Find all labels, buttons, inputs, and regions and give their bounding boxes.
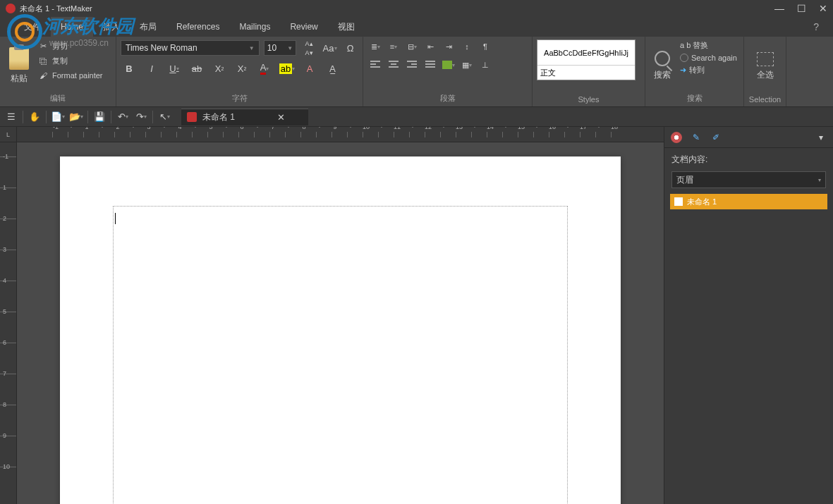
selection-icon — [757, 52, 774, 66]
panel-menu-button[interactable]: ▾ — [815, 131, 827, 144]
numbering-button[interactable]: ≡▾ — [386, 39, 401, 54]
selection-group: 全选 Selection — [744, 37, 786, 106]
quick-toolbar: ☰ ✋ 📄▾ 📂▾ 💾 ↶▾ ↷▾ ↖▾ 未命名 1 ✕ — [0, 107, 833, 127]
horizontal-ruler[interactable]: -1·1·2·3·4·5·6·7·8·9·10·11·12·13·14·15·1… — [17, 127, 664, 142]
strikethrough-button[interactable]: ab — [188, 61, 205, 76]
character-group: Times New Roman▼ 10▼ A▴ A▾ Aa▾ Ω B I U▾ … — [116, 37, 363, 106]
help-button[interactable]: ? — [813, 21, 833, 32]
menu-mailings[interactable]: Mailings — [229, 17, 280, 37]
compass-icon — [671, 132, 682, 143]
save-button[interactable]: 💾 — [91, 109, 108, 125]
undo-button[interactable]: ↶▾ — [114, 109, 131, 125]
multilevel-button[interactable]: ⊟▾ — [404, 39, 420, 54]
symbol-button[interactable]: Ω — [342, 40, 358, 56]
panel-tab-3[interactable]: ✐ — [710, 131, 722, 144]
scissors-icon: ✂ — [38, 42, 48, 51]
menu-文件[interactable]: 文件 — [14, 17, 51, 37]
cursor-mode-button[interactable]: ↖▾ — [156, 109, 173, 125]
touch-mode-button[interactable]: ✋ — [26, 109, 43, 125]
side-panel: ✎ ✐ ▾ 文档内容: 页眉▾ 未命名 1 — [664, 127, 833, 504]
panel-document-item[interactable]: 未命名 1 — [670, 194, 827, 209]
align-right-button[interactable] — [404, 58, 420, 72]
title-bar: 未命名 1 - TextMaker — ☐ ✕ — [0, 0, 833, 17]
tab-close-button[interactable]: ✕ — [277, 112, 285, 123]
copy-button[interactable]: ⿻ 复制 — [37, 54, 111, 68]
styles-group: AaBbCcDdEeFfGgHhIiJj 正文 Styles — [533, 37, 645, 106]
menu-插入[interactable]: 插入 — [93, 17, 130, 37]
panel-tab-2[interactable]: ✎ — [690, 131, 703, 144]
ribbon-tabs: 文件Home插入布局ReferencesMailingsReview视图 ? — [0, 17, 833, 37]
subscript-button[interactable]: X2 — [211, 61, 228, 76]
superscript-button[interactable]: X2 — [233, 61, 250, 76]
brush-icon: 🖌 — [38, 70, 48, 80]
select-all-button[interactable]: 全选 — [748, 39, 782, 94]
clipboard-group: 粘贴 ✂ 剪切 ⿻ 复制 🖌 Format painter 编辑 — [0, 37, 116, 106]
font-size-selector[interactable]: 10▼ — [264, 40, 296, 56]
document-tab[interactable]: 未命名 1 ✕ — [181, 109, 308, 125]
new-doc-button[interactable]: 📄▾ — [49, 109, 66, 125]
search-again-button[interactable]: Search again — [679, 53, 739, 63]
workspace: L -1·1·2·3·4·5·6·7·8·9·10·11·12·13·14·15… — [0, 127, 833, 504]
panel-section-selector[interactable]: 页眉▾ — [671, 171, 826, 188]
show-marks-button[interactable]: ¶ — [478, 39, 493, 54]
style-gallery[interactable]: AaBbCcDdEeFfGgHhIiJj 正文 — [537, 39, 636, 80]
close-button[interactable]: ✕ — [819, 3, 827, 14]
font-color-button[interactable]: A▾ — [256, 61, 273, 76]
navigator-tab[interactable] — [670, 131, 683, 144]
italic-button[interactable]: I — [143, 61, 160, 76]
paste-icon — [9, 47, 29, 70]
vertical-ruler[interactable]: -112345678910 — [0, 142, 17, 504]
align-left-button[interactable] — [367, 58, 383, 72]
menu-references[interactable]: References — [166, 17, 229, 37]
magnify-icon — [655, 51, 670, 66]
menu-home[interactable]: Home — [51, 17, 93, 37]
shading-button[interactable]: ▾ — [441, 58, 456, 72]
copy-icon: ⿻ — [38, 56, 48, 66]
ribbon: 粘贴 ✂ 剪切 ⿻ 复制 🖌 Format painter 编辑 — [0, 37, 833, 107]
menu-视图[interactable]: 视图 — [328, 17, 365, 37]
clear-format-button[interactable]: A — [301, 61, 318, 76]
minimize-button[interactable]: — — [774, 3, 784, 14]
outdent-button[interactable]: ⇤ — [422, 39, 438, 54]
window-title: 未命名 1 - TextMaker — [20, 4, 92, 14]
doc-tab-icon — [187, 112, 197, 122]
change-case-button[interactable]: Aa▾ — [322, 40, 338, 56]
document-page[interactable] — [60, 156, 621, 504]
char-format-button[interactable]: A̲ — [324, 61, 341, 76]
page-viewport[interactable] — [17, 142, 664, 504]
borders-button[interactable]: ▦▾ — [459, 58, 475, 72]
text-cursor — [115, 213, 116, 224]
search-again-icon — [680, 54, 688, 62]
highlight-button[interactable]: ab▾ — [279, 61, 296, 76]
menu-review[interactable]: Review — [280, 17, 327, 37]
shrink-font-button[interactable]: A▾ — [300, 49, 317, 56]
paragraph-group: ≣▾ ≡▾ ⊟▾ ⇤ ⇥ ↕ ¶ — [363, 37, 533, 106]
bullets-button[interactable]: ≣▾ — [367, 39, 383, 54]
ruler-corner[interactable]: L — [0, 127, 17, 142]
justify-button[interactable] — [422, 58, 438, 72]
margin-guides — [113, 206, 568, 504]
maximize-button[interactable]: ☐ — [797, 3, 806, 14]
font-selector[interactable]: Times New Roman▼ — [121, 40, 260, 56]
goto-button[interactable]: ➜ 转到 — [679, 64, 739, 76]
line-spacing-button[interactable]: ↕ — [459, 39, 475, 54]
tabs-button[interactable]: ⊥ — [478, 58, 493, 72]
item-checkbox-icon — [674, 197, 683, 206]
menu-toggle-button[interactable]: ☰ — [3, 109, 20, 125]
goto-icon: ➜ — [680, 66, 686, 75]
align-center-button[interactable] — [386, 58, 401, 72]
paste-button[interactable]: 粘贴 — [4, 39, 34, 92]
indent-button[interactable]: ⇥ — [441, 39, 456, 54]
open-doc-button[interactable]: 📂▾ — [68, 109, 85, 125]
redo-button[interactable]: ↷▾ — [133, 109, 150, 125]
menu-布局[interactable]: 布局 — [130, 17, 166, 37]
panel-header: 文档内容: — [664, 148, 833, 171]
cut-button[interactable]: ✂ 剪切 — [37, 39, 111, 53]
underline-button[interactable]: U▾ — [166, 61, 183, 76]
format-painter-button[interactable]: 🖌 Format painter — [37, 69, 111, 82]
replace-button[interactable]: a b 替换 — [679, 39, 739, 51]
bold-button[interactable]: B — [121, 61, 138, 76]
app-icon — [6, 4, 16, 13]
search-button[interactable]: 搜索 — [650, 39, 675, 92]
grow-font-button[interactable]: A▴ — [300, 39, 317, 47]
